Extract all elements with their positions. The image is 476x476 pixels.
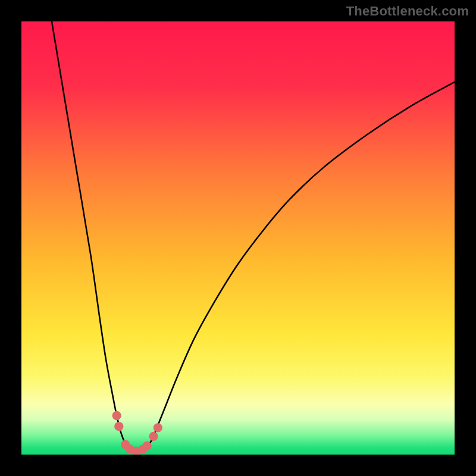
marker-dot xyxy=(114,422,123,431)
bottleneck-curve xyxy=(52,21,455,452)
chart-frame: TheBottleneck.com xyxy=(0,0,476,476)
marker-dot xyxy=(112,411,121,420)
watermark-text: TheBottleneck.com xyxy=(346,4,469,19)
curve-layer xyxy=(21,21,455,455)
marker-dot xyxy=(154,423,162,432)
plot-area xyxy=(21,21,455,455)
marker-dot xyxy=(142,441,151,450)
optimal-markers xyxy=(112,411,162,455)
marker-dot xyxy=(149,432,158,441)
